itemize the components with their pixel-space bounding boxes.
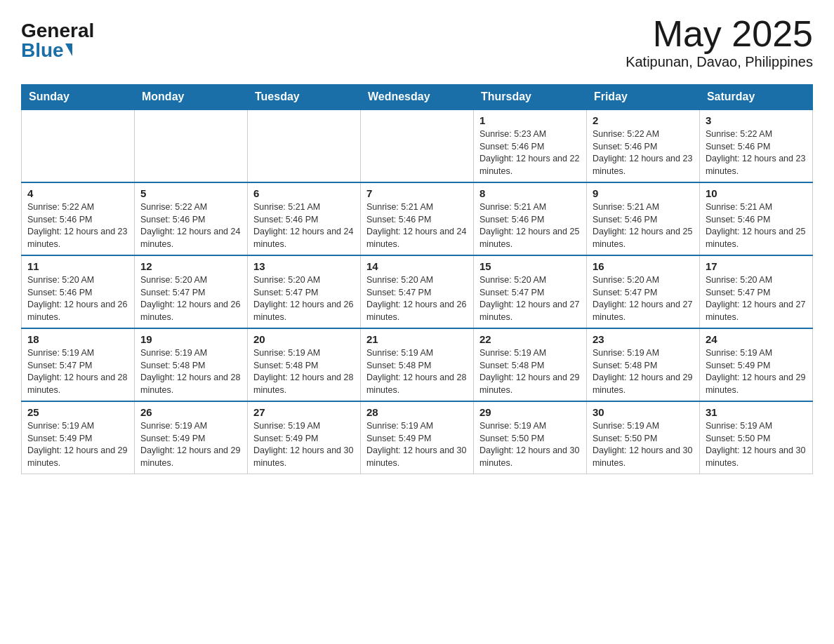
day-number: 17	[706, 260, 807, 272]
calendar-cell: 6Sunrise: 5:21 AMSunset: 5:46 PMDaylight…	[247, 182, 360, 255]
calendar-cell: 15Sunrise: 5:20 AMSunset: 5:47 PMDayligh…	[473, 255, 586, 328]
day-number: 26	[140, 406, 241, 418]
day-info: Sunrise: 5:22 AMSunset: 5:46 PMDaylight:…	[27, 201, 128, 250]
week-row-2: 4Sunrise: 5:22 AMSunset: 5:46 PMDaylight…	[22, 182, 813, 255]
calendar-cell: 3Sunrise: 5:22 AMSunset: 5:46 PMDaylight…	[699, 109, 812, 182]
day-info: Sunrise: 5:19 AMSunset: 5:50 PMDaylight:…	[593, 420, 694, 469]
weekday-header-saturday: Saturday	[699, 85, 812, 110]
calendar-cell: 26Sunrise: 5:19 AMSunset: 5:49 PMDayligh…	[134, 401, 247, 474]
calendar-cell	[134, 109, 247, 182]
day-info: Sunrise: 5:20 AMSunset: 5:47 PMDaylight:…	[479, 274, 581, 323]
day-info: Sunrise: 5:19 AMSunset: 5:49 PMDaylight:…	[706, 347, 807, 396]
day-number: 7	[366, 187, 468, 199]
weekday-header-tuesday: Tuesday	[247, 85, 360, 110]
day-number: 31	[706, 406, 807, 418]
week-row-5: 25Sunrise: 5:19 AMSunset: 5:49 PMDayligh…	[22, 401, 813, 474]
day-info: Sunrise: 5:19 AMSunset: 5:48 PMDaylight:…	[366, 347, 468, 396]
calendar-cell: 19Sunrise: 5:19 AMSunset: 5:48 PMDayligh…	[134, 328, 247, 401]
logo-triangle-icon	[65, 43, 72, 56]
calendar-cell: 20Sunrise: 5:19 AMSunset: 5:48 PMDayligh…	[247, 328, 360, 401]
calendar-cell: 23Sunrise: 5:19 AMSunset: 5:48 PMDayligh…	[586, 328, 699, 401]
day-info: Sunrise: 5:20 AMSunset: 5:47 PMDaylight:…	[706, 274, 807, 323]
day-info: Sunrise: 5:19 AMSunset: 5:47 PMDaylight:…	[27, 347, 128, 396]
calendar-cell	[360, 109, 473, 182]
day-number: 12	[140, 260, 241, 272]
day-info: Sunrise: 5:19 AMSunset: 5:49 PMDaylight:…	[140, 420, 241, 469]
calendar-cell: 27Sunrise: 5:19 AMSunset: 5:49 PMDayligh…	[247, 401, 360, 474]
weekday-header-friday: Friday	[586, 85, 699, 110]
title-block: May 2025 Katipunan, Davao, Philippines	[626, 14, 813, 70]
day-number: 5	[140, 187, 241, 199]
day-info: Sunrise: 5:20 AMSunset: 5:47 PMDaylight:…	[253, 274, 355, 323]
day-info: Sunrise: 5:20 AMSunset: 5:47 PMDaylight:…	[593, 274, 694, 323]
day-number: 11	[27, 260, 128, 272]
day-info: Sunrise: 5:23 AMSunset: 5:46 PMDaylight:…	[479, 128, 581, 177]
calendar-cell: 17Sunrise: 5:20 AMSunset: 5:47 PMDayligh…	[699, 255, 812, 328]
day-number: 27	[253, 406, 355, 418]
calendar-cell: 4Sunrise: 5:22 AMSunset: 5:46 PMDaylight…	[22, 182, 135, 255]
day-number: 8	[479, 187, 581, 199]
day-info: Sunrise: 5:19 AMSunset: 5:50 PMDaylight:…	[706, 420, 807, 469]
calendar-cell: 21Sunrise: 5:19 AMSunset: 5:48 PMDayligh…	[360, 328, 473, 401]
day-number: 20	[253, 333, 355, 345]
calendar-cell: 7Sunrise: 5:21 AMSunset: 5:46 PMDaylight…	[360, 182, 473, 255]
day-number: 22	[479, 333, 581, 345]
day-info: Sunrise: 5:21 AMSunset: 5:46 PMDaylight:…	[479, 201, 581, 250]
day-number: 24	[706, 333, 807, 345]
calendar-cell: 16Sunrise: 5:20 AMSunset: 5:47 PMDayligh…	[586, 255, 699, 328]
calendar-cell: 30Sunrise: 5:19 AMSunset: 5:50 PMDayligh…	[586, 401, 699, 474]
day-number: 1	[479, 114, 581, 126]
weekday-header-thursday: Thursday	[473, 85, 586, 110]
day-info: Sunrise: 5:20 AMSunset: 5:47 PMDaylight:…	[140, 274, 241, 323]
day-info: Sunrise: 5:19 AMSunset: 5:49 PMDaylight:…	[366, 420, 468, 469]
day-info: Sunrise: 5:19 AMSunset: 5:48 PMDaylight:…	[479, 347, 581, 396]
logo: General Blue	[21, 14, 94, 60]
day-number: 18	[27, 333, 128, 345]
calendar-cell: 28Sunrise: 5:19 AMSunset: 5:49 PMDayligh…	[360, 401, 473, 474]
month-title: May 2025	[626, 14, 813, 54]
calendar-cell	[22, 109, 135, 182]
week-row-4: 18Sunrise: 5:19 AMSunset: 5:47 PMDayligh…	[22, 328, 813, 401]
day-info: Sunrise: 5:19 AMSunset: 5:49 PMDaylight:…	[27, 420, 128, 469]
calendar-cell: 25Sunrise: 5:19 AMSunset: 5:49 PMDayligh…	[22, 401, 135, 474]
day-number: 15	[479, 260, 581, 272]
day-number: 25	[27, 406, 128, 418]
calendar-cell: 5Sunrise: 5:22 AMSunset: 5:46 PMDaylight…	[134, 182, 247, 255]
day-info: Sunrise: 5:20 AMSunset: 5:46 PMDaylight:…	[27, 274, 128, 323]
day-number: 10	[706, 187, 807, 199]
day-info: Sunrise: 5:21 AMSunset: 5:46 PMDaylight:…	[253, 201, 355, 250]
calendar-cell: 12Sunrise: 5:20 AMSunset: 5:47 PMDayligh…	[134, 255, 247, 328]
day-info: Sunrise: 5:20 AMSunset: 5:47 PMDaylight:…	[366, 274, 468, 323]
day-number: 19	[140, 333, 241, 345]
calendar-cell: 1Sunrise: 5:23 AMSunset: 5:46 PMDaylight…	[473, 109, 586, 182]
day-info: Sunrise: 5:22 AMSunset: 5:46 PMDaylight:…	[706, 128, 807, 177]
calendar-table: SundayMondayTuesdayWednesdayThursdayFrid…	[21, 84, 813, 474]
day-info: Sunrise: 5:22 AMSunset: 5:46 PMDaylight:…	[140, 201, 241, 250]
day-info: Sunrise: 5:19 AMSunset: 5:50 PMDaylight:…	[479, 420, 581, 469]
calendar-cell	[247, 109, 360, 182]
day-info: Sunrise: 5:19 AMSunset: 5:48 PMDaylight:…	[253, 347, 355, 396]
page-header: General Blue May 2025 Katipunan, Davao, …	[21, 14, 813, 70]
calendar-cell: 10Sunrise: 5:21 AMSunset: 5:46 PMDayligh…	[699, 182, 812, 255]
day-number: 29	[479, 406, 581, 418]
week-row-3: 11Sunrise: 5:20 AMSunset: 5:46 PMDayligh…	[22, 255, 813, 328]
day-info: Sunrise: 5:21 AMSunset: 5:46 PMDaylight:…	[366, 201, 468, 250]
calendar-cell: 24Sunrise: 5:19 AMSunset: 5:49 PMDayligh…	[699, 328, 812, 401]
day-number: 3	[706, 114, 807, 126]
day-info: Sunrise: 5:19 AMSunset: 5:49 PMDaylight:…	[253, 420, 355, 469]
calendar-cell: 14Sunrise: 5:20 AMSunset: 5:47 PMDayligh…	[360, 255, 473, 328]
calendar-cell: 8Sunrise: 5:21 AMSunset: 5:46 PMDaylight…	[473, 182, 586, 255]
day-number: 21	[366, 333, 468, 345]
calendar-cell: 13Sunrise: 5:20 AMSunset: 5:47 PMDayligh…	[247, 255, 360, 328]
day-number: 23	[593, 333, 694, 345]
day-number: 13	[253, 260, 355, 272]
weekday-header-row: SundayMondayTuesdayWednesdayThursdayFrid…	[22, 85, 813, 110]
calendar-cell: 31Sunrise: 5:19 AMSunset: 5:50 PMDayligh…	[699, 401, 812, 474]
day-info: Sunrise: 5:22 AMSunset: 5:46 PMDaylight:…	[593, 128, 694, 177]
weekday-header-wednesday: Wednesday	[360, 85, 473, 110]
calendar-cell: 29Sunrise: 5:19 AMSunset: 5:50 PMDayligh…	[473, 401, 586, 474]
day-number: 9	[593, 187, 694, 199]
calendar-cell: 18Sunrise: 5:19 AMSunset: 5:47 PMDayligh…	[22, 328, 135, 401]
week-row-1: 1Sunrise: 5:23 AMSunset: 5:46 PMDaylight…	[22, 109, 813, 182]
day-info: Sunrise: 5:21 AMSunset: 5:46 PMDaylight:…	[706, 201, 807, 250]
